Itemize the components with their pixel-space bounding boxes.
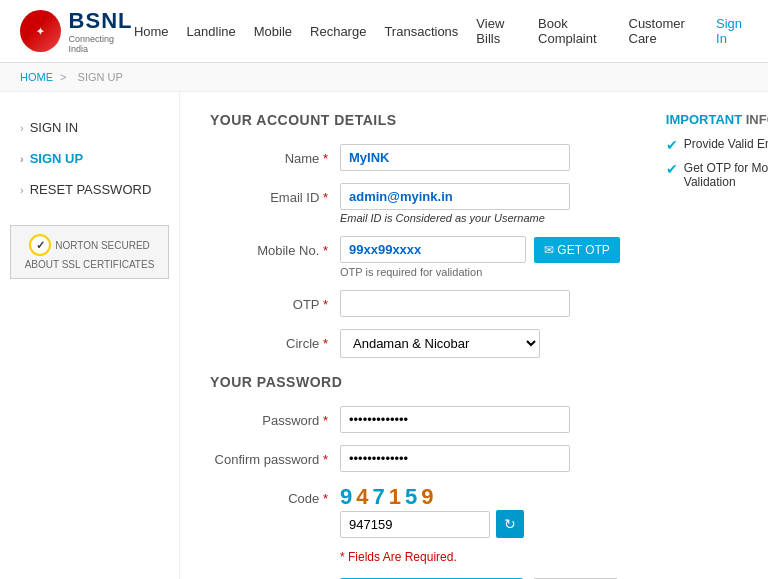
sidebar-item-signin[interactable]: › SIGN IN (10, 112, 169, 143)
norton-logo: ✓ NORTON SECURED (19, 234, 160, 256)
account-section-title: YOUR ACCOUNT DETAILS (210, 112, 620, 128)
sidebar-label-signin: SIGN IN (30, 120, 78, 135)
name-label: Name * (210, 144, 340, 166)
circle-select[interactable]: Andaman & Nicobar Andhra Pradesh Assam B… (340, 329, 540, 358)
otp-input[interactable] (340, 290, 570, 317)
logo-sub: Connecting India (69, 34, 134, 54)
info-text-2: Get OTP for Mobileno Validation (684, 161, 768, 189)
nav-transactions[interactable]: Transactions (384, 24, 458, 39)
captcha-d2: 4 (356, 484, 368, 510)
sidebar-item-reset[interactable]: › RESET PASSWORD (10, 174, 169, 205)
main-layout: › SIGN IN › SIGN UP › RESET PASSWORD ✓ N… (0, 92, 768, 579)
norton-check-icon: ✓ (29, 234, 51, 256)
header: ✦ BSNL Connecting India Home Landline Mo… (0, 0, 768, 63)
info-text-1: Provide Valid Email Id (684, 137, 768, 151)
confirm-field (340, 445, 620, 472)
otp-note: OTP is required for validation (340, 266, 620, 278)
nav-customercare[interactable]: Customer Care (629, 16, 699, 46)
confirm-row: Confirm password * (210, 445, 620, 472)
info-item-2: ✔ Get OTP for Mobileno Validation (666, 161, 768, 189)
captcha-d1: 9 (340, 484, 352, 510)
mobile-row: Mobile No. * ✉ GET OTP OTP is required f… (210, 236, 620, 278)
email-field: Email ID is Considered as your Username (340, 183, 620, 224)
password-input[interactable] (340, 406, 570, 433)
breadcrumb-separator: > (60, 71, 66, 83)
arrow-icon-3: › (20, 184, 24, 196)
breadcrumb-home[interactable]: HOME (20, 71, 53, 83)
check-icon-1: ✔ (666, 137, 678, 153)
info-title-info: INFORMATION (742, 112, 768, 127)
email-label: Email ID * (210, 183, 340, 205)
content-area: YOUR ACCOUNT DETAILS Name * Email ID * E… (180, 92, 650, 579)
email-note: Email ID is Considered as your Username (340, 212, 620, 224)
norton-badge: ✓ NORTON SECURED ABOUT SSL CERTIFICATES (10, 225, 169, 279)
nav-mobile[interactable]: Mobile (254, 24, 292, 39)
info-item-1: ✔ Provide Valid Email Id (666, 137, 768, 153)
logo-text: BSNL (69, 8, 133, 33)
mobile-input-row: ✉ GET OTP (340, 236, 620, 263)
info-title-important: IMPORTANT (666, 112, 742, 127)
sidebar-label-signup: SIGN UP (30, 151, 83, 166)
main-nav: Home Landline Mobile Recharge Transactio… (134, 16, 748, 46)
captcha-d3: 7 (373, 484, 385, 510)
captcha-display: 9 4 7 1 5 9 (340, 484, 620, 510)
password-field (340, 406, 620, 433)
check-icon-2: ✔ (666, 161, 678, 177)
circle-label: Circle * (210, 329, 340, 351)
mobile-field: ✉ GET OTP OTP is required for validation (340, 236, 620, 278)
mobile-label: Mobile No. * (210, 236, 340, 258)
sidebar-item-signup[interactable]: › SIGN UP (10, 143, 169, 174)
circle-row: Circle * Andaman & Nicobar Andhra Prades… (210, 329, 620, 358)
info-title: IMPORTANT INFORMATION (666, 112, 768, 127)
sidebar: › SIGN IN › SIGN UP › RESET PASSWORD ✓ N… (0, 92, 180, 579)
norton-sub: ABOUT SSL CERTIFICATES (19, 259, 160, 270)
confirm-input[interactable] (340, 445, 570, 472)
captcha-input-row: ↻ (340, 510, 620, 538)
get-otp-icon: ✉ (544, 243, 554, 257)
password-row: Password * (210, 406, 620, 433)
nav-home[interactable]: Home (134, 24, 169, 39)
otp-field (340, 290, 620, 317)
captcha-d4: 1 (389, 484, 401, 510)
name-row: Name * (210, 144, 620, 171)
email-input[interactable] (340, 183, 570, 210)
arrow-icon-2: › (20, 153, 24, 165)
get-otp-button[interactable]: ✉ GET OTP (534, 237, 620, 263)
name-field (340, 144, 620, 171)
code-field: 9 4 7 1 5 9 ↻ (340, 484, 620, 538)
sidebar-label-reset: RESET PASSWORD (30, 182, 152, 197)
logo-area: ✦ BSNL Connecting India (20, 8, 134, 54)
password-section-title: YOUR PASSWORD (210, 374, 620, 390)
captcha-d5: 5 (405, 484, 417, 510)
password-label: Password * (210, 406, 340, 428)
required-note: * Fields Are Required. (340, 550, 620, 564)
breadcrumb: HOME > SIGN UP (0, 63, 768, 92)
captcha-d6: 9 (421, 484, 433, 510)
email-row: Email ID * Email ID is Considered as you… (210, 183, 620, 224)
nav-bookcomplaint[interactable]: Book Complaint (538, 16, 610, 46)
nav-recharge[interactable]: Recharge (310, 24, 366, 39)
nav-viewbills[interactable]: View Bills (476, 16, 520, 46)
nav-landline[interactable]: Landline (187, 24, 236, 39)
nav-signin[interactable]: Sign In (716, 16, 748, 46)
name-input[interactable] (340, 144, 570, 171)
breadcrumb-current: SIGN UP (78, 71, 123, 83)
code-row: Code * 9 4 7 1 5 9 ↻ (210, 484, 620, 538)
logo-icon: ✦ (20, 10, 61, 52)
code-label: Code * (210, 484, 340, 506)
circle-field: Andaman & Nicobar Andhra Pradesh Assam B… (340, 329, 620, 358)
norton-label: NORTON SECURED (55, 240, 150, 251)
right-panel: IMPORTANT INFORMATION ✔ Provide Valid Em… (650, 92, 768, 579)
refresh-captcha-button[interactable]: ↻ (496, 510, 524, 538)
arrow-icon: › (20, 122, 24, 134)
captcha-input[interactable] (340, 511, 490, 538)
confirm-label: Confirm password * (210, 445, 340, 467)
section-divider: YOUR PASSWORD (210, 374, 620, 390)
otp-label: OTP * (210, 290, 340, 312)
otp-row: OTP * (210, 290, 620, 317)
mobile-input[interactable] (340, 236, 526, 263)
